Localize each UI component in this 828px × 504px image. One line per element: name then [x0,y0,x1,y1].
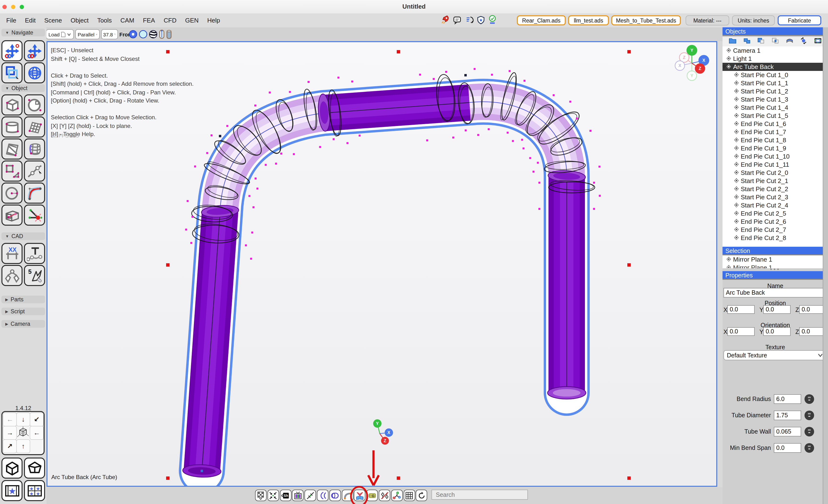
orientation-x-field[interactable] [727,327,755,336]
selection-handle[interactable] [627,263,631,267]
tree-item[interactable]: Start Pie Cut 2_4 [722,201,823,210]
bottombar-gcode-tag-icon[interactable]: G [366,490,378,501]
section-header-cad[interactable]: ▼CAD [1,232,45,240]
tube-wall-field[interactable] [774,427,801,437]
folder-icon[interactable] [729,37,736,46]
expanded-triangle-icon[interactable]: ▽ [722,65,726,69]
selection-handle[interactable] [166,263,169,267]
menu-gen[interactable]: GEN [181,13,203,24]
object-visibility-icon[interactable] [734,112,739,119]
position-z-field[interactable] [799,305,826,314]
panel-resize-handle[interactable]: ●●● [722,267,828,271]
selection-handle[interactable] [627,476,631,480]
bottombar-double-arc-icon[interactable] [317,490,328,501]
tool-star-frame[interactable]: ★ [1,480,23,501]
min-bend-span-field[interactable] [774,443,801,453]
tree-item[interactable]: End Pie Cut 1_9 [722,144,823,152]
section-header-navigate[interactable]: ▼Navigate [1,29,45,36]
bottombar-shader-icon[interactable]: Sh [280,490,291,501]
tree-item[interactable]: Camera 1 [722,46,823,55]
fabricate-button[interactable]: Fabricate [778,15,821,26]
object-visibility-icon[interactable] [734,120,739,128]
object-visibility-icon[interactable] [734,169,739,176]
viewcube-arrow-button[interactable]: ↓ [16,412,30,426]
tree-item[interactable]: End Pie Cut 1_8 [722,136,823,144]
value-knob[interactable] [804,443,814,453]
bottombar-collapse-icon[interactable] [267,490,279,501]
material-button[interactable]: Material: --- [686,15,729,26]
tool-bench-xx[interactable]: XX [1,243,23,264]
tool-ramp[interactable] [1,138,23,159]
tree-item[interactable]: End Pie Cut 2_5 [722,210,823,218]
tool-box-select[interactable] [1,62,23,83]
search-input[interactable] [431,490,528,500]
bottombar-mirror-fold-icon[interactable] [354,490,366,501]
bottombar-cylinder-outline-icon[interactable] [329,490,341,501]
units-button[interactable]: Units: inches [732,15,775,26]
sphere-zebra-icon[interactable] [149,30,158,39]
tree-item[interactable]: Start Pie Cut 1_5 [722,111,823,120]
tree-item[interactable]: End Pie Cut 2_7 [722,226,823,234]
bend-radius-field[interactable] [774,394,801,404]
tool-mesh-plane[interactable] [24,117,45,137]
name-field[interactable] [723,288,826,297]
tool-bend-curve[interactable] [24,183,45,203]
chat-icon[interactable] [453,15,462,26]
tool-cylinder[interactable] [1,117,23,137]
menu-scene[interactable]: Scene [40,13,67,24]
tool-pan-move-a[interactable] [1,40,23,61]
tool-polyline[interactable] [24,161,45,182]
object-visibility-icon[interactable] [734,202,739,209]
tool-stars-grid[interactable]: ★★★★ [24,480,45,501]
load-dropdown[interactable]: Load [46,29,74,39]
orientation-y-field[interactable] [763,327,791,336]
object-visibility-icon[interactable] [734,88,739,95]
sync-icon[interactable] [465,15,474,26]
rotate-icon[interactable] [800,37,808,46]
texture-dropdown[interactable]: Default Texture [723,350,826,360]
projection-dropdown[interactable]: Parallel [75,29,100,39]
menu-cam[interactable]: CAM [116,13,138,24]
selection-item[interactable]: Mirror Plane 1 [722,255,828,264]
zoom-field[interactable]: 37.8 [101,29,118,39]
viewcube-arrow-button[interactable]: → [3,426,17,440]
tool-globe-nav[interactable] [24,62,45,83]
viewcube-arrow-button[interactable]: ← [3,412,17,426]
tool-rect-triangle[interactable] [1,161,23,182]
object-visibility-icon[interactable] [734,177,739,184]
section-header-object[interactable]: ▼Object [1,84,45,92]
tool-cube-persp[interactable] [24,458,45,478]
object-visibility-icon[interactable] [734,218,739,225]
object-visibility-icon[interactable] [734,161,739,168]
rocket-icon[interactable] [440,15,450,26]
tube-solid-icon[interactable] [166,29,172,39]
object-visibility-icon[interactable] [727,63,731,71]
object-visibility-icon[interactable] [734,145,739,152]
tool-arrow-five[interactable]: 5 [24,265,45,286]
tree-item[interactable]: Start Pie Cut 2_1 [722,177,823,185]
object-visibility-icon[interactable] [734,104,739,111]
object-visibility-icon[interactable] [734,193,739,201]
object-visibility-icon[interactable] [734,226,739,233]
tool-lathe[interactable] [24,138,45,159]
tool-sphere[interactable] [24,94,45,116]
section-header-camera[interactable]: ▶Camera [1,320,45,328]
tree-item[interactable]: End Pie Cut 1_6 [722,120,823,128]
window-scroll-gutter[interactable] [823,27,828,504]
menu-object[interactable]: Object [66,13,93,24]
shield-star-icon[interactable]: ★ [477,15,485,26]
tree-item[interactable]: Start Pie Cut 2_2 [722,185,823,193]
object-visibility-icon[interactable] [734,96,739,103]
bottombar-cut-plane-icon[interactable] [304,490,316,501]
viewport-3d[interactable]: YXZZXYYXZ [ESC] - Unselect Shift + [Q] -… [46,41,717,487]
viewcube-arrow-button[interactable]: ↑ [16,439,30,453]
tree-item[interactable]: End Pie Cut 2_6 [722,218,823,226]
tool-cube[interactable] [1,94,23,116]
tree-item[interactable]: Start Pie Cut 2_3 [722,193,823,201]
file-button-2[interactable]: llm_test.ads [568,15,609,26]
tree-item[interactable]: End Pie Cut 1_10 [722,152,823,161]
object-visibility-icon[interactable] [734,210,739,217]
bbox-icon[interactable] [814,37,822,46]
section-header-parts[interactable]: ▶Parts [1,295,45,303]
bottombar-elbow-icon[interactable] [342,490,353,501]
